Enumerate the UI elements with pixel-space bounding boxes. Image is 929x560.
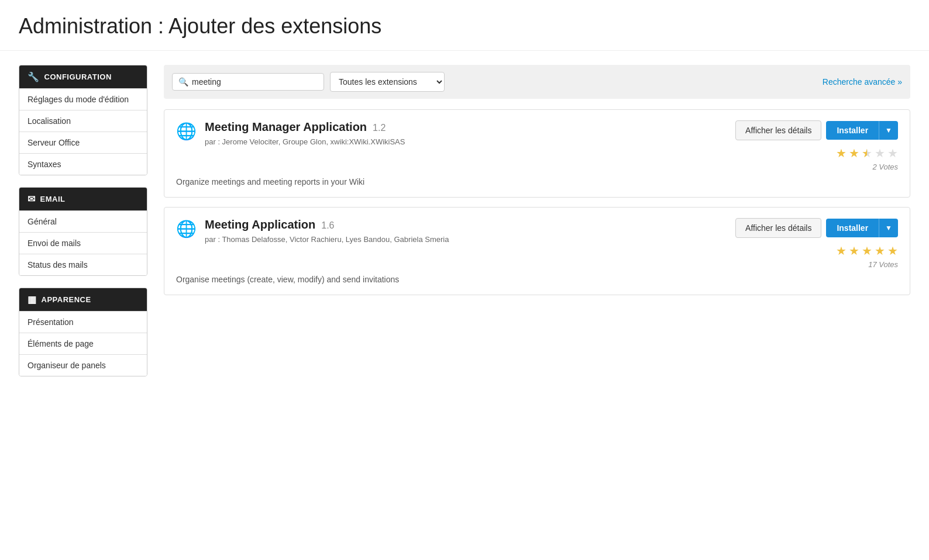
star-full: ★ [836,146,847,160]
sidebar-item-lments-de-page[interactable]: Éléments de page [19,333,147,354]
content-area: 🔍 Toutes les extensions Recherche avancé… [164,65,910,305]
sidebar: 🔧CONFIGURATIONRéglages du mode d'édition… [19,65,147,388]
extension-name: Meeting Application [205,218,315,231]
sidebar-item-organiseur-de-panels[interactable]: Organiseur de panels [19,354,147,376]
star-full: ★ [836,244,847,258]
star-empty: ★ [887,146,898,160]
star-full: ★ [862,244,872,258]
search-input[interactable] [192,77,318,87]
extension-header: 🌐 Meeting Application 1.6 par : Thomas D… [176,218,898,269]
extension-description: Organise meetings (create, view, modify)… [176,275,898,284]
extension-version: 1.6 [321,220,334,231]
star-half: ★ ★ [862,146,872,160]
votes-label: 2 Votes [872,163,898,171]
rating-block: ★★ ★ ★ ★★ 2 Votes [836,146,898,171]
star-full: ★ [849,146,859,160]
advanced-search-link[interactable]: Recherche avancée » [823,77,902,87]
sidebar-section-header-apparence: ▦APPARENCE [19,288,147,311]
install-button[interactable]: Installer [826,219,879,237]
star-full: ★ [849,244,859,258]
sidebar-item-envoi-de-mails[interactable]: Envoi de mails [19,232,147,254]
install-button-group: Installer ▼ [826,121,898,140]
extension-version: 1.2 [373,123,386,133]
sidebar-item-rglages-du-mode-ddition[interactable]: Réglages du mode d'édition [19,88,147,110]
install-button[interactable]: Installer [826,121,879,140]
sidebar-item-gnral[interactable]: Général [19,210,147,232]
sidebar-section-configuration: 🔧CONFIGURATIONRéglages du mode d'édition… [19,65,147,175]
details-button[interactable]: Afficher les détails [735,120,821,140]
extension-description: Organize meetings and meeting reports in… [176,177,898,186]
sidebar-section-apparence: ▦APPARENCEPrésentationÉléments de pageOr… [19,288,147,376]
sidebar-item-syntaxes[interactable]: Syntaxes [19,153,147,175]
page-title: Administration : Ajouter des extensions [0,0,929,51]
search-input-wrapper: 🔍 [172,73,324,91]
extension-card-meeting-app: 🌐 Meeting Application 1.6 par : Thomas D… [164,207,910,295]
install-dropdown-button[interactable]: ▼ [879,219,898,237]
search-icon: 🔍 [178,77,188,87]
extension-card-meeting-manager: 🌐 Meeting Manager Application 1.2 par : … [164,109,910,198]
extension-actions: Afficher les détails Installer ▼ ★★ ★ ★ … [735,120,898,171]
section-icon-apparence: ▦ [27,294,37,305]
rating-block: ★★★★★ 17 Votes [836,244,898,269]
star-full: ★ [875,244,885,258]
search-bar: 🔍 Toutes les extensions Recherche avancé… [164,65,910,99]
extension-icon: 🌐 [176,122,197,141]
star-full: ★ [887,244,898,258]
sidebar-item-status-des-mails[interactable]: Status des mails [19,254,147,275]
votes-label: 17 Votes [868,260,898,269]
extension-authors: par : Thomas Delafosse, Victor Rachieru,… [205,234,715,246]
section-label-configuration: CONFIGURATION [44,72,112,81]
install-dropdown-button[interactable]: ▼ [879,121,898,140]
extension-title-row: Meeting Manager Application 1.2 [205,120,715,134]
extension-authors: par : Jerome Velociter, Groupe Glon, xwi… [205,136,715,148]
section-label-email: EMAIL [40,195,66,203]
sidebar-section-header-configuration: 🔧CONFIGURATION [19,65,147,88]
sidebar-section-header-email: ✉EMAIL [19,188,147,210]
extension-actions: Afficher les détails Installer ▼ ★★★★★ 1… [735,218,898,269]
extensions-list: 🌐 Meeting Manager Application 1.2 par : … [164,109,910,295]
sidebar-section-email: ✉EMAILGénéralEnvoi de mailsStatus des ma… [19,187,147,276]
star-empty: ★ [875,146,885,160]
section-icon-configuration: 🔧 [27,71,40,82]
extension-header: 🌐 Meeting Manager Application 1.2 par : … [176,120,898,171]
section-icon-email: ✉ [27,193,36,205]
filter-select[interactable]: Toutes les extensions [330,72,445,92]
extension-title-row: Meeting Application 1.6 [205,218,715,231]
details-button[interactable]: Afficher les détails [735,218,821,238]
sidebar-item-serveur-office[interactable]: Serveur Office [19,132,147,153]
extension-info: Meeting Manager Application 1.2 par : Je… [205,120,715,154]
sidebar-item-localisation[interactable]: Localisation [19,110,147,132]
extension-name: Meeting Manager Application [205,120,367,134]
extension-info: Meeting Application 1.6 par : Thomas Del… [205,218,715,251]
stars-row: ★★★★★ [836,244,898,258]
extension-icon: 🌐 [176,219,197,238]
stars-row: ★★ ★ ★ ★★ [836,146,898,160]
sidebar-item-prsentation[interactable]: Présentation [19,311,147,333]
install-button-group: Installer ▼ [826,219,898,237]
section-label-apparence: APPARENCE [42,295,91,304]
